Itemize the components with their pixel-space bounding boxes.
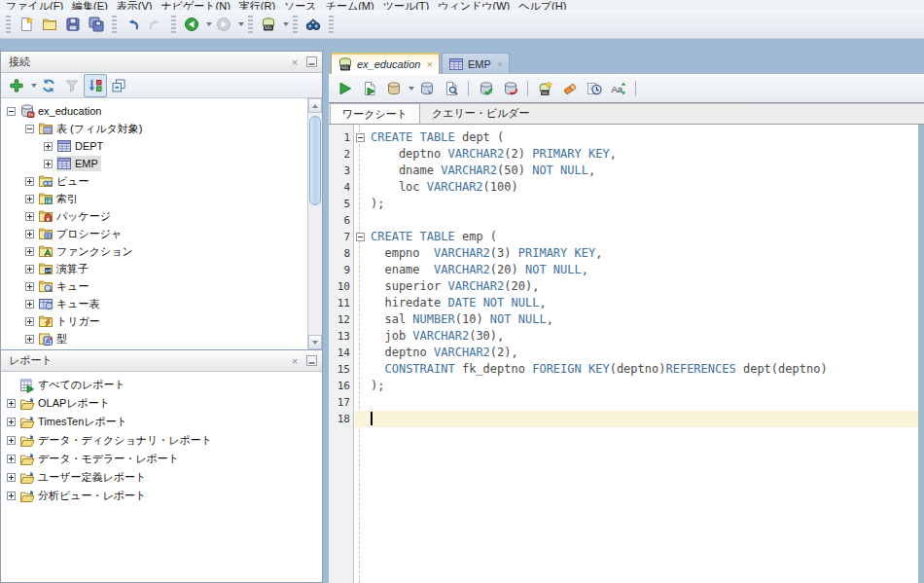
code-line[interactable]: 12 sal NUMBER(10) NOT NULL, (329, 311, 918, 328)
tree-item-all-reports[interactable]: すべてのレポート (1, 376, 322, 394)
menu-item-w[interactable]: ウィンドウ(W) (438, 0, 510, 10)
tree-item-indexes[interactable]: 索引 (1, 190, 307, 207)
expand-expander-icon[interactable] (25, 212, 34, 221)
rollback-button[interactable] (498, 76, 522, 100)
code-line[interactable]: 9 ename VARCHAR2(20) NOT NULL, (329, 262, 918, 278)
menu-item-v[interactable]: 表示(V) (117, 0, 153, 10)
code-line[interactable]: 5); (329, 196, 918, 212)
menu-item-h[interactable]: ヘルプ(H) (518, 0, 566, 10)
sql-trace-button[interactable] (439, 76, 463, 100)
expand-expander-icon[interactable] (25, 282, 34, 291)
code-line[interactable]: 14 deptno VARCHAR2(2), (329, 345, 918, 361)
collapse-expander-icon[interactable] (25, 125, 34, 133)
expand-expander-icon[interactable] (25, 230, 34, 238)
tree-item-queues[interactable]: キュー (1, 277, 307, 295)
code-line[interactable]: 10 superior VARCHAR2(20), (329, 278, 918, 295)
sql-history-button[interactable] (582, 76, 606, 100)
menu-item-e[interactable]: 編集(E) (72, 0, 108, 10)
autotrace-button[interactable] (414, 76, 439, 100)
open-file-button[interactable] (38, 13, 61, 36)
menu-item-r[interactable]: 実行(R) (239, 0, 275, 10)
tree-item-dict-reports[interactable]: データ・ディクショナリ・レポート (1, 431, 322, 450)
code-line[interactable]: 8 empno VARCHAR2(3) PRIMARY KEY, (329, 245, 918, 262)
expand-expander-icon[interactable] (25, 265, 34, 273)
filter-button[interactable] (60, 74, 84, 97)
tree-item-types[interactable]: A型 (1, 330, 307, 347)
clear-button[interactable] (557, 76, 582, 100)
menu-item-5[interactable]: ソース (284, 0, 317, 10)
explain-plan-button[interactable] (381, 76, 406, 100)
expand-expander-icon[interactable] (7, 473, 16, 482)
expand-expander-icon[interactable] (25, 247, 34, 256)
expand-expander-icon[interactable] (25, 195, 34, 203)
dropdown-caret-icon[interactable] (238, 22, 244, 26)
minimize-icon[interactable] (304, 354, 318, 368)
expand-expander-icon[interactable] (44, 160, 53, 168)
expand-expander-icon[interactable] (25, 317, 34, 326)
expand-expander-icon[interactable] (7, 492, 16, 500)
code-line[interactable]: 1CREATE TABLE dept ( (329, 129, 918, 146)
forward-button[interactable] (212, 13, 235, 36)
scroll-down-icon[interactable] (308, 335, 322, 349)
new-connection-button[interactable] (5, 74, 28, 97)
code-line[interactable]: 17 (329, 394, 918, 411)
sql-editor[interactable]: 1CREATE TABLE dept (2 deptno VARCHAR2(2)… (329, 125, 919, 583)
expand-expander-icon[interactable] (44, 142, 53, 151)
code-line[interactable]: 15 CONSTRAINT fk_deptno FOREIGN KEY(dept… (329, 361, 918, 378)
tree-item-functions[interactable]: ファンクション (1, 242, 307, 260)
unshared-worksheet-button[interactable]: SQL (533, 76, 557, 100)
collapse-expander-icon[interactable] (7, 107, 16, 116)
close-icon[interactable]: × (497, 59, 503, 69)
tree-item-ex-education[interactable]: Exex_education (1, 102, 307, 120)
tree-item-queue-tables[interactable]: Qキュー表 (1, 295, 307, 312)
tree-item-tables[interactable]: 表 (フィルタ対象) (1, 120, 307, 137)
change-case-button[interactable]: Aa (606, 76, 630, 100)
menu-item-m[interactable]: チーム(M) (326, 0, 374, 10)
tree-item-triggers[interactable]: トリガー (1, 312, 307, 330)
code-line[interactable]: 7CREATE TABLE emp ( (329, 229, 918, 245)
close-icon[interactable]: × (288, 354, 302, 368)
code-line[interactable]: 3 dname VARCHAR2(50) NOT NULL, (329, 163, 918, 179)
fold-toggle-icon[interactable] (356, 233, 365, 241)
doc-tab-ex-education[interactable]: SQLex_education× (331, 53, 440, 74)
expand-expander-icon[interactable] (7, 418, 16, 426)
code-line[interactable]: 13 job VARCHAR2(30), (329, 328, 918, 345)
tree-item-emp[interactable]: EMP (1, 155, 307, 172)
scrollbar-thumb[interactable] (309, 116, 321, 205)
code-line[interactable]: 11 hiredate DATE NOT NULL, (329, 295, 918, 311)
tree-item-operators[interactable]: +=演算子 (1, 260, 307, 277)
tree-item-user-reports[interactable]: ユーザー定義レポート (1, 468, 322, 487)
redo-button[interactable] (144, 13, 167, 36)
code-line[interactable]: 6 (329, 212, 918, 229)
commit-button[interactable] (474, 76, 498, 100)
menu-item-t[interactable]: ツール(T) (383, 0, 430, 10)
expand-expander-icon[interactable] (7, 399, 16, 408)
search-button[interactable] (302, 13, 325, 36)
view-tab-query-builder[interactable]: クエリー・ビルダー (420, 103, 542, 124)
back-button[interactable] (180, 13, 203, 36)
connections-scrollbar[interactable] (307, 98, 322, 349)
expand-expander-icon[interactable] (25, 177, 34, 186)
tree-item-olap-reports[interactable]: OLAPレポート (1, 394, 322, 413)
new-file-button[interactable] (15, 13, 38, 36)
fold-toggle-icon[interactable] (356, 133, 365, 142)
tree-item-modeler-reports[interactable]: データ・モデラー・レポート (1, 450, 322, 468)
run-script-button[interactable] (357, 76, 381, 100)
save-button[interactable] (61, 13, 85, 36)
code-line[interactable]: 18 (329, 411, 918, 427)
tree-item-views[interactable]: ビュー (1, 172, 307, 190)
tree-item-dept[interactable]: DEPT (1, 137, 307, 155)
expand-expander-icon[interactable] (25, 335, 34, 344)
tree-item-procedures[interactable]: プロシージャ (1, 225, 307, 242)
expand-expander-icon[interactable] (7, 455, 16, 463)
code-line[interactable]: 4 loc VARCHAR2(100) (329, 179, 918, 196)
tree-item-av-reports[interactable]: 分析ビュー・レポート (1, 487, 322, 505)
undo-button[interactable] (121, 13, 144, 36)
scroll-up-icon[interactable] (308, 98, 322, 113)
doc-tab-emp[interactable]: EMP× (442, 53, 510, 74)
open-sql-worksheet-button[interactable]: SQL (257, 13, 280, 36)
tree-item-timesten-reports[interactable]: TimesTenレポート (1, 413, 322, 431)
tree-item-packages[interactable]: パッケージ (1, 207, 307, 225)
apply-filter-button[interactable] (84, 74, 107, 97)
code-line[interactable]: 2 deptno VARCHAR2(2) PRIMARY KEY, (329, 146, 918, 163)
